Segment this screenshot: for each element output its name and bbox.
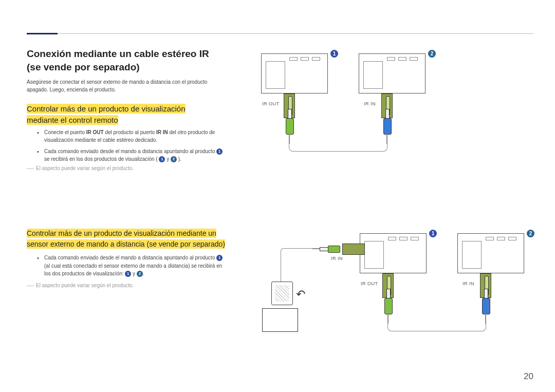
- callout-1b-badge: 1: [429, 230, 437, 237]
- section2-bullet-1: Cada comando enviado desde el mando a di…: [37, 254, 227, 278]
- badge-1-icon: 1: [216, 255, 223, 261]
- badge-2-icon: 2: [137, 271, 143, 277]
- section2-heading: Controlar más de un producto de visualiz…: [27, 228, 225, 250]
- badge-1-icon: 1: [216, 148, 223, 155]
- manual-page: Conexión mediante un cable estéreo IR (s…: [0, 0, 555, 392]
- ir-in-b-label: IR IN: [462, 281, 474, 286]
- ir-in-top-label: IR IN: [331, 256, 343, 261]
- header-divider: [27, 33, 533, 34]
- remote-control-icon: [262, 308, 298, 332]
- badge-1-icon: 1: [159, 156, 165, 162]
- monitor-1b-icon: [360, 233, 427, 273]
- section2-note: El aspecto puede variar según el product…: [27, 283, 134, 288]
- monitor-1-icon: [261, 53, 328, 94]
- monitor-2b-icon: [457, 233, 524, 273]
- intro-paragraph: Asegúrese de conectar el sensor externo …: [27, 79, 222, 94]
- section1-heading: Controlar más de un producto de visualiz…: [27, 103, 186, 126]
- badge-1-icon: 1: [125, 271, 131, 277]
- note-dash-icon: [27, 169, 34, 169]
- section2-heading-line2: sensor externo de mando a distancia (se …: [27, 239, 225, 249]
- section1-bullets: Conecte el puerto IR OUT del producto al…: [37, 128, 227, 166]
- arrow-icon: ↶: [296, 288, 305, 301]
- cable-b-icon: [387, 324, 486, 331]
- section2-bullets: Cada comando enviado desde el mando a di…: [37, 254, 227, 278]
- cable-icon: [289, 144, 387, 152]
- monitor-2-icon: [359, 53, 425, 94]
- external-sensor-icon: [271, 282, 293, 305]
- page-number: 20: [524, 371, 533, 382]
- callout-2-badge: 2: [428, 50, 436, 58]
- ir-in-hjack-icon: [333, 244, 365, 254]
- ir-out-label: IR OUT: [262, 101, 280, 106]
- note-dash-icon: [27, 286, 34, 286]
- section1-bullet-2: Cada comando enviado desde el mando a di…: [37, 147, 227, 163]
- page-title: Conexión mediante un cable estéreo IR (s…: [27, 47, 222, 73]
- ir-out-b-label: IR OUT: [361, 281, 378, 286]
- badge-2-icon: 2: [171, 156, 177, 162]
- callout-2b-badge: 2: [527, 230, 534, 237]
- section1-bullet-1: Conecte el puerto IR OUT del producto al…: [37, 128, 227, 144]
- section1-note: El aspecto puede variar según el product…: [27, 165, 134, 171]
- section1-heading-line1: Controlar más de un producto de visualiz…: [27, 104, 186, 114]
- header-accent-bar: [27, 33, 58, 34]
- section2-heading-line1: Controlar más de un producto de visualiz…: [27, 229, 216, 238]
- section1-heading-line2: mediante el control remoto: [27, 115, 118, 125]
- callout-1-badge: 1: [330, 50, 338, 58]
- ir-in-label: IR IN: [364, 101, 376, 106]
- sensor-cable-icon: [281, 248, 313, 283]
